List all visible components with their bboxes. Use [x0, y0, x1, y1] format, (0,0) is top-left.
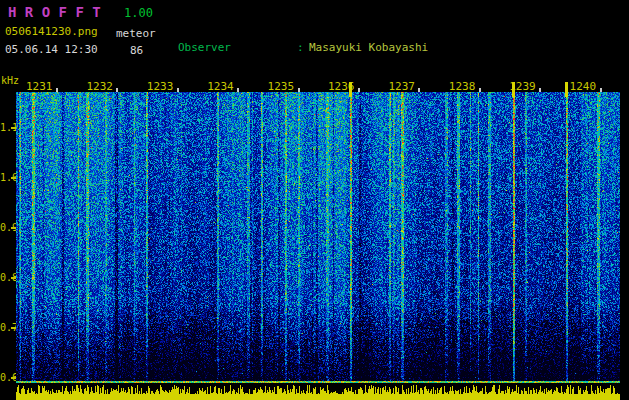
observation-mode-label: meteor	[116, 27, 156, 40]
meteor-echo-marker	[565, 82, 568, 97]
observation-datetime: 05.06.14 12:30	[5, 43, 98, 56]
info-value: Masayuki Kobayashi	[309, 41, 428, 55]
app-version: 1.00	[124, 6, 153, 20]
y-axis-unit-label: kHz	[1, 75, 19, 86]
spectrogram-canvas	[16, 92, 620, 383]
app-title: H R O F F T	[8, 4, 101, 20]
signal-meter-canvas	[16, 385, 620, 400]
info-label: Observer	[178, 41, 297, 55]
info-row-observer: Observer : Masayuki Kobayashi	[178, 41, 620, 55]
info-separator: :	[297, 41, 309, 55]
output-filename: 0506141230.png	[5, 25, 98, 38]
meteor-echo-marker	[349, 82, 352, 97]
echo-count: 86	[130, 44, 143, 57]
meteor-echo-marker	[512, 82, 515, 97]
hrofft-app: H R O F F T 1.00 0506141230.png meteor 0…	[0, 0, 629, 400]
